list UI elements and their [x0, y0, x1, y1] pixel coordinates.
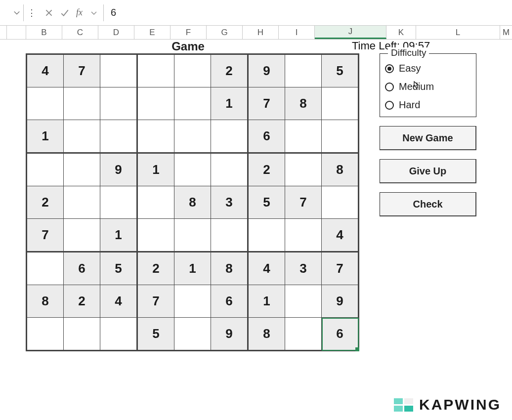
cell[interactable]: 4: [248, 252, 285, 285]
cell[interactable]: 2: [27, 186, 64, 219]
cell[interactable]: 1: [174, 252, 211, 285]
cell[interactable]: 1: [248, 285, 285, 318]
column-header-c[interactable]: C: [62, 26, 98, 39]
cell[interactable]: [285, 219, 322, 252]
cell[interactable]: 3: [285, 252, 322, 285]
cell[interactable]: [285, 318, 322, 351]
column-header-e[interactable]: E: [134, 26, 171, 39]
cell[interactable]: 6: [64, 252, 100, 285]
cell[interactable]: 5: [322, 54, 359, 87]
cell[interactable]: 7: [285, 186, 322, 219]
cell[interactable]: [64, 120, 100, 153]
cell[interactable]: [211, 153, 248, 186]
cell[interactable]: [27, 318, 64, 351]
cell[interactable]: 2: [211, 54, 248, 87]
cell[interactable]: [64, 153, 100, 186]
cell[interactable]: [64, 219, 100, 252]
cell[interactable]: [27, 87, 64, 120]
cell[interactable]: 6: [322, 318, 359, 351]
cell[interactable]: [100, 54, 137, 87]
cell[interactable]: [174, 318, 211, 351]
cell[interactable]: [174, 153, 211, 186]
cell[interactable]: 6: [248, 120, 285, 153]
column-header-i[interactable]: I: [279, 26, 315, 39]
cell[interactable]: 5: [137, 318, 174, 351]
cell[interactable]: 9: [248, 54, 285, 87]
cell[interactable]: 9: [322, 285, 359, 318]
cell[interactable]: [174, 120, 211, 153]
cell[interactable]: [27, 252, 64, 285]
cell[interactable]: [174, 219, 211, 252]
cell[interactable]: 9: [211, 318, 248, 351]
new-game-button[interactable]: New Game: [380, 126, 476, 150]
cell[interactable]: 8: [211, 252, 248, 285]
cell[interactable]: [211, 120, 248, 153]
cell[interactable]: 8: [174, 186, 211, 219]
cell[interactable]: [285, 120, 322, 153]
column-header-b[interactable]: B: [26, 26, 62, 39]
cell[interactable]: 7: [322, 252, 359, 285]
cell[interactable]: 8: [248, 318, 285, 351]
cell[interactable]: [100, 120, 137, 153]
cell[interactable]: [137, 186, 174, 219]
cell[interactable]: 7: [137, 285, 174, 318]
cell[interactable]: 1: [211, 87, 248, 120]
cell[interactable]: [137, 87, 174, 120]
cell[interactable]: 3: [211, 186, 248, 219]
cell[interactable]: [64, 87, 100, 120]
cell[interactable]: 7: [64, 54, 100, 87]
check-button[interactable]: Check: [380, 192, 476, 216]
column-header-f[interactable]: F: [171, 26, 207, 39]
cell[interactable]: [285, 285, 322, 318]
column-header-d[interactable]: D: [98, 26, 134, 39]
cell[interactable]: 1: [27, 120, 64, 153]
column-header-h[interactable]: H: [243, 26, 279, 39]
vertical-dots-icon[interactable]: ⋮: [24, 7, 40, 18]
column-header-g[interactable]: G: [207, 26, 243, 39]
difficulty-option-easy[interactable]: Easy: [385, 63, 471, 74]
cell[interactable]: [64, 318, 100, 351]
cell[interactable]: [322, 186, 359, 219]
cell[interactable]: [174, 54, 211, 87]
column-header-m[interactable]: M: [500, 26, 512, 39]
cell[interactable]: 5: [248, 186, 285, 219]
cell[interactable]: [285, 54, 322, 87]
column-header-a-edge[interactable]: [7, 26, 26, 39]
column-header-j[interactable]: J: [315, 26, 386, 39]
cancel-icon[interactable]: [43, 6, 55, 19]
cell[interactable]: [322, 120, 359, 153]
cell[interactable]: [322, 87, 359, 120]
cell[interactable]: [64, 186, 100, 219]
cell[interactable]: 2: [64, 285, 100, 318]
cell[interactable]: 1: [100, 219, 137, 252]
cell[interactable]: 4: [322, 219, 359, 252]
cell[interactable]: 7: [248, 87, 285, 120]
cell[interactable]: [174, 87, 211, 120]
cell[interactable]: [100, 87, 137, 120]
cell[interactable]: 1: [137, 153, 174, 186]
give-up-button[interactable]: Give Up: [380, 159, 476, 183]
cell[interactable]: 2: [248, 153, 285, 186]
confirm-icon[interactable]: [58, 6, 71, 19]
difficulty-option-medium[interactable]: Medium: [385, 81, 471, 92]
cell[interactable]: 8: [285, 87, 322, 120]
cell[interactable]: 6: [211, 285, 248, 318]
cell[interactable]: 5: [100, 252, 137, 285]
cell[interactable]: [137, 120, 174, 153]
cell[interactable]: 9: [100, 153, 137, 186]
name-box-dropdown[interactable]: [3, 4, 24, 21]
fx-label[interactable]: fx: [74, 6, 85, 19]
cell[interactable]: [211, 219, 248, 252]
cell[interactable]: 8: [322, 153, 359, 186]
column-header-k[interactable]: K: [386, 26, 416, 39]
cell[interactable]: [27, 153, 64, 186]
column-header-l[interactable]: L: [416, 26, 500, 39]
cell[interactable]: [285, 153, 322, 186]
cell[interactable]: 2: [137, 252, 174, 285]
cell[interactable]: 8: [27, 285, 64, 318]
cell[interactable]: 7: [27, 219, 64, 252]
cell[interactable]: [100, 186, 137, 219]
cell[interactable]: [137, 219, 174, 252]
formula-input[interactable]: 6: [104, 4, 509, 21]
difficulty-option-hard[interactable]: Hard: [385, 99, 471, 111]
